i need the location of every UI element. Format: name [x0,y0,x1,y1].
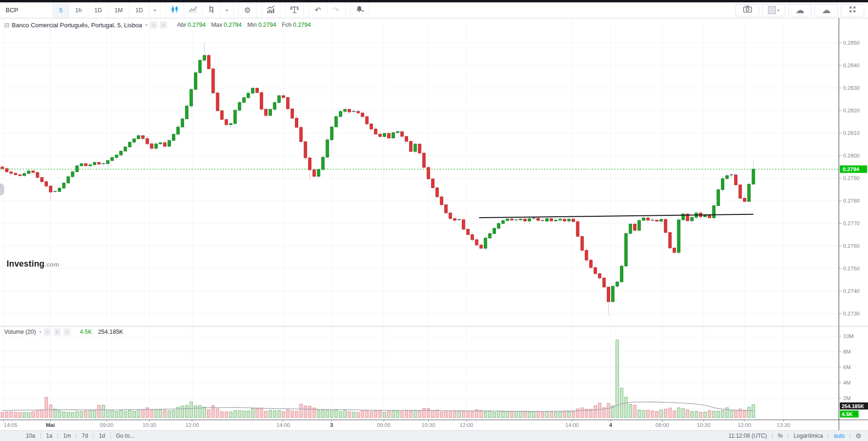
svg-text:Mai: Mai [46,422,54,428]
redo-button[interactable]: ↷ [327,2,346,18]
interval-5m-button[interactable]: 5 [53,2,69,18]
volume-label: Volume (20) [4,329,36,335]
clock-utc[interactable]: 11:12:08 (UTC) [723,433,772,439]
interval-1d2-button[interactable]: 1D [129,2,149,18]
svg-text:0.2850: 0.2850 [843,40,860,46]
chevron-down-icon[interactable]: ▾ [145,23,147,27]
interval-1d-button[interactable]: 1D [88,2,108,18]
range-10y-button[interactable]: 10a [21,433,40,439]
svg-text:09:00: 09:00 [656,422,669,428]
fullscreen-button[interactable] [841,4,864,16]
undo-button[interactable]: ↶ [309,2,327,18]
toolbar-spacer [257,2,262,18]
price-volume-chart[interactable]: 0.28500.28400.28300.28200.28100.28000.27… [0,18,868,430]
low-label: Min [247,22,256,28]
toolbar-right-group: ▾ ☁↓ ☁↑ [736,2,868,18]
interval-1m-button[interactable]: 1M [108,2,129,18]
range-1d-button[interactable]: 1d [93,433,110,439]
svg-text:0.2794: 0.2794 [843,166,860,172]
compare-button[interactable] [286,2,304,18]
candlestick-icon [170,5,179,16]
add-alert-button[interactable]: + [351,2,369,18]
load-chart-button[interactable]: ☁↓ [788,4,812,16]
svg-text:14:05: 14:05 [4,422,17,428]
range-7d-button[interactable]: 7d [77,433,93,439]
svg-text:+: + [362,9,364,14]
svg-text:10:30: 10:30 [422,422,435,428]
svg-text:0.2800: 0.2800 [843,153,860,158]
close-label: Fch [282,22,292,28]
cloud-download-icon: ☁↓ [796,6,805,15]
logo-suffix: .com [45,261,59,268]
line-chart-button[interactable] [184,2,202,18]
svg-text:4M: 4M [843,380,851,386]
gear-icon: ⚙ [161,23,165,28]
symbol-input[interactable]: BCP [0,2,53,18]
indicators-icon [266,5,276,16]
svg-text:8M: 8M [843,349,851,354]
svg-text:10:30: 10:30 [697,422,711,428]
candlestick-chart-button[interactable] [166,2,184,18]
svg-text:10:30: 10:30 [143,422,156,428]
axis-settings-button[interactable]: ⚙ [850,432,861,440]
volume-settings-button[interactable]: ⚙ [54,328,61,336]
interval-1h-button[interactable]: 1h [69,2,88,18]
auto-scale-button[interactable]: auto [829,433,850,439]
chart-area: 0.28500.28400.28300.28200.28100.28000.27… [0,18,868,430]
toggle-visibility-button[interactable]: ⊙ [150,21,157,29]
candle-wicks [2,43,753,316]
svg-text:0.2790: 0.2790 [843,175,860,181]
cloud-upload-icon: ☁↑ [822,6,831,15]
svg-text:0.2840: 0.2840 [843,63,860,68]
toolbar-spacer [346,2,351,18]
scales-icon [290,5,299,16]
chart-settings-button[interactable]: ⚙ [239,2,257,18]
bar-style-caret[interactable]: ▾ [221,2,233,18]
investing-logo: Investing.com [7,259,59,269]
svg-text:14:00: 14:00 [566,422,579,428]
high-value: 0.2794 [224,22,241,28]
chevron-down-icon[interactable]: ▾ [39,330,41,334]
layout-select-button[interactable]: ▾ [762,4,785,16]
goto-button[interactable]: Go to... [111,433,140,439]
high-label: Max [211,22,223,28]
range-1m-button[interactable]: 1m [58,433,76,439]
svg-text:12:00: 12:00 [460,422,473,428]
svg-text:13:30: 13:30 [777,422,790,428]
percent-scale-button[interactable]: % [773,433,788,439]
svg-text:10M: 10M [843,333,853,339]
volume-visibility-button[interactable]: ⊙ [44,328,51,336]
svg-text:09:00: 09:00 [100,422,114,428]
series-settings-button[interactable]: ⚙ [160,21,167,29]
svg-text:0.2760: 0.2760 [843,243,860,249]
bar-style-button[interactable] [202,2,221,18]
volume-close-button[interactable]: × [63,328,71,336]
indicators-button[interactable] [262,2,280,18]
svg-text:2M: 2M [843,395,851,401]
svg-text:4.5K: 4.5K [842,411,852,417]
svg-text:0.2780: 0.2780 [843,198,860,204]
log-scale-button[interactable]: Logarítmica [788,433,828,439]
collapse-legend-icon[interactable]: ⊟ [4,22,9,29]
bar-style-icon [207,5,216,16]
svg-text:0.2740: 0.2740 [843,288,860,294]
open-label: Abr [177,22,186,28]
toolbar-spacer [304,2,309,18]
save-chart-button[interactable]: ☁↑ [814,4,838,16]
svg-text:0.2830: 0.2830 [843,85,860,91]
line-chart-icon [188,5,198,16]
svg-text:0.2810: 0.2810 [843,130,860,136]
top-toolbar: BCP 5 1h 1D 1M 1D ▾ ▾ ⚙ ↶ ↷ + [0,2,868,18]
toolbar-spacer [233,2,239,18]
range-1y-button[interactable]: 1a [41,433,57,439]
svg-text:6M: 6M [843,364,851,370]
snapshot-button[interactable] [736,4,759,16]
redo-icon: ↷ [333,6,339,15]
interval-dropdown-caret[interactable]: ▾ [149,2,161,18]
svg-text:12:00: 12:00 [186,422,199,428]
eye-icon: ⊙ [152,23,155,28]
gear-icon: ⚙ [244,6,251,15]
svg-text:09:00: 09:00 [377,422,391,428]
toolbar-spacer [280,2,286,18]
svg-text:254.185K: 254.185K [842,403,864,409]
